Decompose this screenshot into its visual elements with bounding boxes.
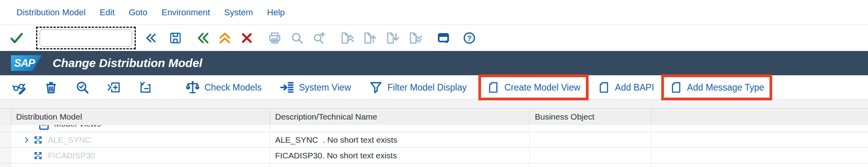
previous-page-icon[interactable] [363,31,377,45]
new-document-icon [669,81,683,94]
table-header-gutter [0,109,11,125]
table-row-partial-bottom [0,163,868,167]
column-header-business-object[interactable]: Business Object [530,109,651,125]
menu-edit[interactable]: Edit [100,7,115,18]
next-page-icon[interactable] [385,31,399,45]
collapse-field-icon[interactable] [144,32,157,44]
column-header-distribution-model[interactable]: Distribution Model [11,109,270,125]
distribution-model-table: Distribution Model Description/Technical… [0,100,868,167]
model-view-expand-icon [33,135,43,145]
new-document-icon [487,81,500,94]
new-document-icon [597,81,611,94]
tree-item-label: Model Views [54,125,101,129]
find-next-icon[interactable] [312,31,326,45]
filter-model-display-label: Filter Model Display [387,82,467,93]
save-icon[interactable] [169,31,182,45]
delete-icon[interactable] [44,80,58,94]
add-message-type-button[interactable]: Add Message Type [661,74,772,100]
command-field-focus-frame [36,27,136,49]
sap-logo: SAP [11,55,42,71]
sap-gui-window: Distribution Model Edit Goto Environment… [0,0,868,167]
menu-bar: Distribution Model Edit Goto Environment… [0,0,868,25]
model-view-expand-icon [33,151,43,161]
column-header-empty [651,109,868,125]
add-bapi-button[interactable]: Add BAPI [597,81,654,94]
add-bapi-label: Add BAPI [615,82,654,93]
filter-model-display-button[interactable]: Filter Model Display [369,80,467,94]
menu-system[interactable]: System [224,7,253,18]
first-page-icon[interactable] [340,31,354,45]
application-toolbar: Check Models System View Filter Model Di… [0,75,868,100]
help-icon[interactable]: ? [462,31,476,45]
system-view-icon [280,80,295,95]
expand-chevron-icon[interactable] [23,136,31,144]
print-icon[interactable] [268,31,282,45]
menu-distribution-model[interactable]: Distribution Model [16,7,86,18]
title-bar: SAP Change Distribution Model [0,51,868,75]
page-title: Change Distribution Model [53,56,202,70]
description-text: ALE_SYNC . No short text exists [270,135,398,145]
last-page-icon[interactable] [408,31,422,45]
scales-icon [185,80,200,95]
display-check-icon[interactable] [75,80,89,94]
table-body: Model Views ALE_SYNC [0,125,868,167]
exit-icon[interactable] [218,31,232,45]
model-views-node-icon [39,125,49,130]
system-view-label: System View [299,82,351,93]
command-field[interactable] [40,29,132,47]
find-icon[interactable] [290,31,304,45]
description-text: FICADISP30. No short text exists [270,151,397,160]
cancel-icon[interactable] [240,31,253,45]
create-model-view-button[interactable]: Create Model View [478,74,589,100]
table-row-model-views-partial[interactable]: Model Views [0,125,868,132]
table-row-ficadisp30[interactable]: FICADISP30 FICADISP30. No short text exi… [0,148,868,163]
system-view-button[interactable]: System View [280,80,351,95]
table-row-ale-sync[interactable]: ALE_SYNC ALE_SYNC . No short text exists [0,132,868,148]
enter-check-icon[interactable] [9,31,24,45]
check-models-label: Check Models [204,82,262,93]
sap-logo-text: SAP [11,57,35,69]
check-models-button[interactable]: Check Models [185,80,262,95]
standard-toolbar: ? [0,25,868,51]
menu-help[interactable]: Help [267,7,285,18]
table-header-row: Distribution Model Description/Technical… [0,108,868,125]
column-header-description[interactable]: Description/Technical Name [270,109,530,125]
menu-environment[interactable]: Environment [162,7,210,18]
tree-item-label: FICADISP30 [48,151,95,160]
svg-text:?: ? [467,34,471,42]
display-change-icon[interactable] [12,80,27,95]
collapse-node-icon[interactable] [138,80,152,94]
menu-goto[interactable]: Goto [129,7,148,18]
new-session-icon[interactable] [436,31,450,45]
add-message-type-label: Add Message Type [687,82,764,93]
filter-icon [369,80,383,94]
back-icon[interactable] [196,31,210,45]
insert-node-icon[interactable] [107,80,121,94]
create-model-view-label: Create Model View [504,82,580,93]
tree-item-label: ALE_SYNC [48,135,91,145]
